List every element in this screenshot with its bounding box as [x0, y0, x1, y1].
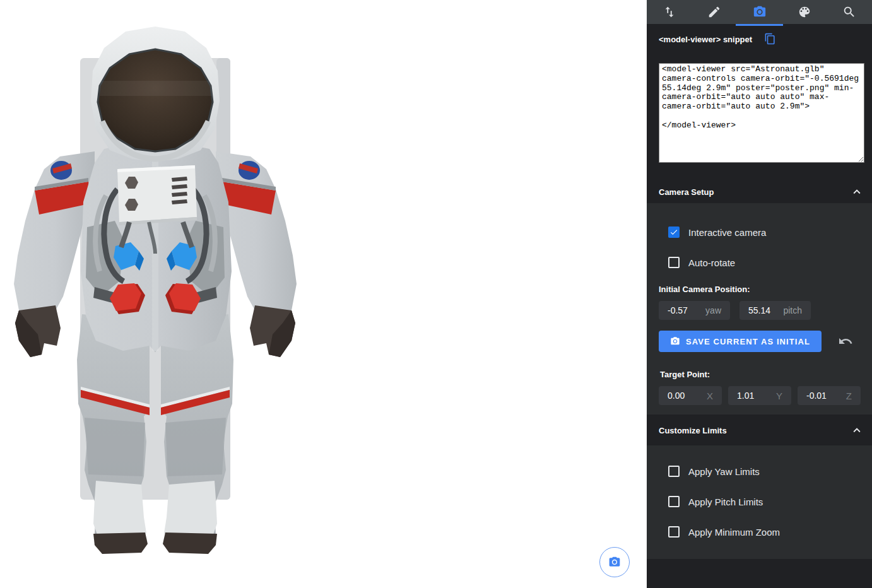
yaw-unit: yaw	[705, 305, 730, 315]
save-current-as-initial-button[interactable]: SAVE CURRENT AS INITIAL	[659, 331, 822, 352]
pitch-input[interactable]: 55.14 pitch	[739, 301, 811, 320]
undo-camera-button[interactable]	[838, 334, 853, 349]
chevron-up-icon[interactable]	[850, 423, 864, 437]
snippet-title: <model-viewer> snippet	[659, 35, 752, 44]
camera-icon	[753, 5, 767, 19]
customize-limits-header[interactable]: Customize Limits	[647, 415, 872, 445]
target-z-input[interactable]: -0.01 Z	[798, 386, 861, 405]
pitch-value: 55.14	[739, 305, 770, 315]
target-y-input[interactable]: 1.01 Y	[728, 386, 791, 405]
tab-import-export[interactable]	[647, 0, 692, 24]
auto-rotate-checkbox[interactable]	[668, 257, 680, 268]
search-icon	[842, 5, 856, 19]
target-x-input[interactable]: 0.00 X	[659, 386, 722, 405]
initial-camera-position-label: Initial Camera Position:	[659, 285, 750, 294]
apply-minimum-zoom-label: Apply Minimum Zoom	[688, 527, 780, 538]
camera-icon	[608, 556, 621, 568]
astronaut-helmet	[91, 26, 220, 162]
apply-yaw-limits-checkbox[interactable]	[668, 466, 680, 477]
save-button-label: SAVE CURRENT AS INITIAL	[686, 337, 810, 346]
apply-pitch-limits-checkbox[interactable]	[668, 496, 680, 507]
tab-camera[interactable]	[737, 0, 782, 24]
apply-yaw-limits-label: Apply Yaw Limits	[688, 466, 760, 478]
camera-setup-title: Camera Setup	[659, 187, 714, 196]
target-y-unit: Y	[776, 391, 791, 401]
target-x-unit: X	[707, 391, 722, 401]
apply-minimum-zoom-checkbox[interactable]	[668, 526, 680, 538]
model-viewer-snippet-code[interactable]: <model-viewer src="Astronaut.glb" camera…	[659, 63, 864, 163]
undo-icon	[838, 334, 853, 349]
model-viewer-canvas[interactable]	[0, 0, 647, 588]
tab-inspector[interactable]	[827, 0, 872, 24]
edit-pencil-icon	[707, 5, 721, 19]
target-point-label: Target Point:	[660, 370, 710, 379]
auto-rotate-label: Auto-rotate	[688, 257, 735, 269]
screenshot-fab-button[interactable]	[599, 547, 630, 577]
editor-side-panel: <model-viewer> snippet <model-viewer src…	[647, 0, 872, 588]
tab-materials[interactable]	[782, 0, 827, 24]
camera-setup-header[interactable]: Camera Setup	[647, 180, 872, 203]
astronaut-visor	[98, 49, 213, 151]
interactive-camera-label: Interactive camera	[688, 227, 766, 238]
target-z-value: -0.01	[798, 391, 827, 401]
copy-icon	[764, 33, 776, 45]
active-tab-indicator	[736, 24, 783, 26]
target-y-value: 1.01	[728, 391, 754, 401]
interactive-camera-checkbox[interactable]	[668, 226, 680, 238]
panel-tab-bar	[647, 0, 872, 24]
chevron-up-icon[interactable]	[850, 185, 864, 199]
astronaut-model[interactable]	[0, 0, 647, 588]
palette-icon	[798, 5, 811, 19]
tab-edit[interactable]	[692, 0, 736, 24]
target-z-unit: Z	[846, 391, 861, 401]
copy-snippet-button[interactable]	[764, 33, 778, 47]
import-export-icon	[663, 5, 676, 19]
customize-limits-title: Customize Limits	[659, 425, 727, 435]
checkmark-icon	[669, 228, 678, 237]
yaw-input[interactable]: -0.57 yaw	[659, 301, 730, 320]
target-x-value: 0.00	[659, 391, 685, 401]
apply-pitch-limits-label: Apply Pitch Limits	[688, 497, 763, 508]
camera-icon	[670, 336, 680, 346]
pitch-unit: pitch	[783, 305, 811, 315]
yaw-value: -0.57	[659, 305, 688, 315]
